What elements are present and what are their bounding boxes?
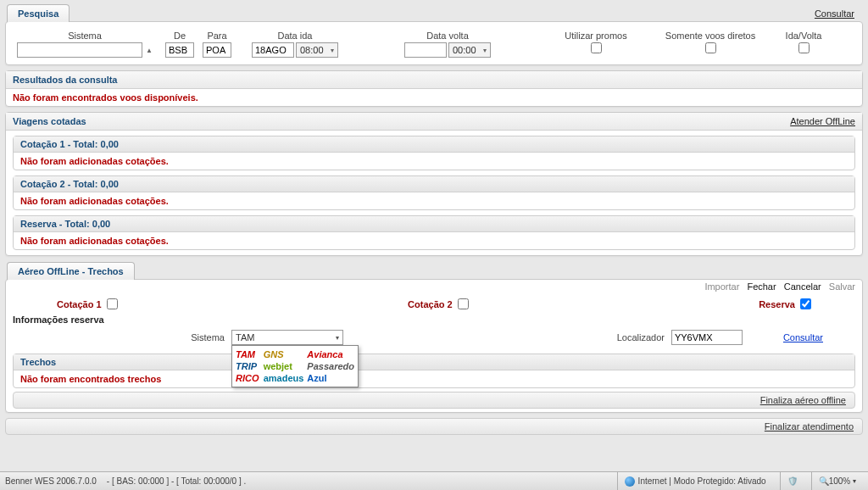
trechos-header: Trechos xyxy=(14,354,854,370)
action-importar: Importar xyxy=(704,281,739,292)
input-para[interactable] xyxy=(203,42,231,58)
finaliza-aereo-link[interactable]: Finaliza aéreo offline xyxy=(760,395,846,405)
reserva-msg: Não foram adicionadas cotações. xyxy=(14,232,854,249)
input-data-volta[interactable] xyxy=(404,42,447,58)
action-salvar: Salvar xyxy=(829,281,855,292)
dd-amadeus[interactable]: amadeus xyxy=(264,373,304,383)
cotacao1-msg: Não foram adicionadas cotações. xyxy=(14,153,854,170)
select-sistema-offline[interactable]: TAM▾ xyxy=(231,330,343,345)
checkbox-promos[interactable] xyxy=(591,42,602,53)
label-localizador: Localizador xyxy=(617,332,665,342)
cotacao2-header: Cotação 2 - Total: 0,00 xyxy=(14,176,854,192)
dd-webjet[interactable]: webjet xyxy=(264,361,304,371)
checkbox-cot2[interactable] xyxy=(458,298,469,309)
dd-azul[interactable]: Azul xyxy=(307,373,354,383)
input-data-ida[interactable] xyxy=(252,42,294,58)
expand-icon[interactable]: ▲ xyxy=(146,47,153,54)
consultar-link[interactable]: Consultar xyxy=(815,8,854,19)
reserva-header: Reserva - Total: 0,00 xyxy=(14,216,854,232)
checkbox-idavolta[interactable] xyxy=(798,42,810,53)
label-sistema: Sistema xyxy=(68,31,102,41)
zoom-control[interactable]: 🔍 100% ▾ xyxy=(811,472,863,491)
label-data-ida: Data ida xyxy=(278,31,313,41)
sel-cot1-label: Cotação 1 xyxy=(57,299,102,309)
checkbox-reserva[interactable] xyxy=(800,298,811,309)
dd-trip[interactable]: TRIP xyxy=(236,361,260,371)
label-sistema-off: Sistema xyxy=(191,332,225,342)
tab-aereo-offline[interactable]: Aéreo OffLine - Trechos xyxy=(7,262,135,280)
sel-reserva-label: Reserva xyxy=(759,299,795,309)
atender-offline-link[interactable]: Atender OffLine xyxy=(790,116,855,126)
viagens-header: Viagens cotadas Atender OffLine xyxy=(6,113,862,131)
sel-cot2-label: Cotação 2 xyxy=(408,299,453,309)
status-net: Internet | Modo Protegido: Ativado xyxy=(638,476,766,486)
resultados-msg: Não foram encontrados voos disponíveis. xyxy=(6,89,862,106)
status-bar: Benner WES 2006.7.0.0 - [ BAS: 00:000 ] … xyxy=(0,471,868,490)
status-app: Benner WES 2006.7.0.0 xyxy=(5,476,97,486)
info-reserva-label: Informações reserva xyxy=(6,313,862,326)
status-info: - [ BAS: 00:000 ] - [ Total: 00:000/0 ] … xyxy=(107,476,246,486)
globe-icon xyxy=(625,476,635,487)
cotacao2-msg: Não foram adicionadas cotações. xyxy=(14,192,854,209)
status-security-icon: 🛡️ xyxy=(780,472,804,491)
tab-pesquisa[interactable]: Pesquisa xyxy=(7,4,70,22)
label-idavolta: Ida/Volta xyxy=(786,31,822,41)
dd-gns[interactable]: GNS xyxy=(264,349,304,359)
finalizar-atendimento-link[interactable]: Finalizar atendimento xyxy=(765,421,854,432)
trechos-msg: Não foram encontrados trechos xyxy=(14,370,854,387)
dd-avianca[interactable]: Avianca xyxy=(307,349,354,359)
resultados-header: Resultados da consulta xyxy=(6,71,862,89)
dd-tam[interactable]: TAM xyxy=(236,349,260,359)
link-consultar-loc[interactable]: Consultar xyxy=(783,332,823,342)
input-sistema[interactable] xyxy=(17,42,142,58)
dd-rico[interactable]: RICO xyxy=(236,373,260,383)
input-localizador[interactable] xyxy=(671,330,743,345)
select-hora-ida[interactable]: 08:00▾ xyxy=(296,42,338,58)
dropdown-sistema[interactable]: TAM GNS Avianca TRIP webjet Passaredo RI… xyxy=(231,345,359,387)
action-cancelar[interactable]: Cancelar xyxy=(784,281,821,292)
label-de: De xyxy=(174,31,186,41)
select-hora-volta[interactable]: 00:00▾ xyxy=(448,42,491,58)
checkbox-diretos[interactable] xyxy=(705,42,716,53)
cotacao1-header: Cotação 1 - Total: 0,00 xyxy=(14,136,854,153)
label-promos: Utilizar promos xyxy=(565,31,626,41)
action-fechar[interactable]: Fechar xyxy=(747,281,776,292)
input-de[interactable] xyxy=(165,42,194,58)
dd-passaredo[interactable]: Passaredo xyxy=(307,361,354,371)
label-diretos: Somente voos diretos xyxy=(665,31,755,41)
label-para: Para xyxy=(207,31,226,41)
checkbox-cot1[interactable] xyxy=(107,298,118,309)
label-data-volta: Data volta xyxy=(426,31,469,41)
